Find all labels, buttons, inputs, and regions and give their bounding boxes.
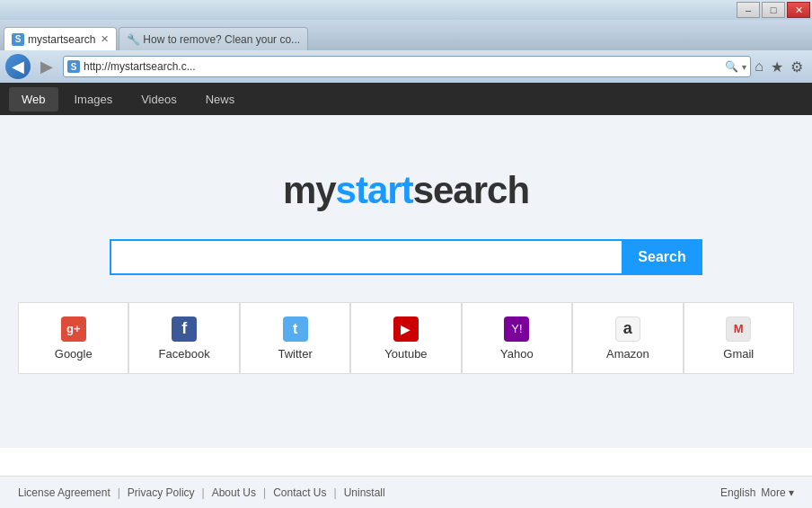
youtube-icon: ▶: [393, 316, 419, 342]
footer: License Agreement | Privacy Policy | Abo…: [0, 476, 812, 508]
close-button[interactable]: ✕: [787, 2, 810, 18]
shortcut-amazon[interactable]: a Amazon: [572, 302, 683, 374]
footer-right: English More ▾: [720, 486, 794, 499]
address-dropdown-icon[interactable]: ▾: [742, 62, 746, 72]
search-bar: Search: [110, 239, 702, 275]
tab-bar: S mystartsearch ✕ 🔧 How to remove? Clean…: [0, 20, 812, 50]
shortcut-facebook[interactable]: f Facebook: [128, 302, 239, 374]
address-search-icon: 🔍: [725, 60, 738, 73]
nav-tab-web[interactable]: Web: [9, 87, 58, 111]
logo: mystartsearch: [283, 169, 529, 212]
shortcut-label-yahoo: Yahoo: [500, 347, 534, 361]
footer-links: License Agreement | Privacy Policy | Abo…: [18, 486, 385, 499]
shortcut-label-youtube: Youtube: [384, 347, 427, 361]
footer-privacy[interactable]: Privacy Policy: [128, 486, 195, 499]
nav-tab-news[interactable]: News: [193, 87, 248, 111]
forward-button[interactable]: ▶: [34, 54, 59, 79]
star-icon[interactable]: ★: [771, 58, 783, 76]
back-button[interactable]: ◀: [5, 54, 31, 79]
footer-divider-2: |: [202, 486, 205, 499]
footer-divider-1: |: [118, 486, 120, 499]
tab-favicon-howtoremove: 🔧: [127, 33, 139, 46]
tab-close-mystartsearch[interactable]: ✕: [101, 33, 109, 45]
home-icon[interactable]: ⌂: [755, 58, 763, 75]
nav-tab-videos[interactable]: Videos: [128, 87, 190, 111]
shortcut-label-google: Google: [55, 347, 93, 361]
footer-about[interactable]: About Us: [212, 486, 256, 499]
shortcut-label-amazon: Amazon: [606, 347, 649, 361]
search-button[interactable]: Search: [622, 239, 702, 275]
shortcut-yahoo[interactable]: Y! Yahoo: [462, 302, 572, 374]
yahoo-icon: Y!: [504, 316, 529, 342]
address-input-wrap[interactable]: S http://mystartsearch.c... 🔍 ▾: [63, 56, 751, 77]
shortcut-gmail[interactable]: M Gmail: [684, 302, 794, 374]
nav-tab-images[interactable]: Images: [62, 87, 126, 111]
footer-contact[interactable]: Contact Us: [273, 486, 326, 499]
footer-divider-3: |: [263, 486, 266, 499]
shortcut-label-twitter: Twitter: [278, 347, 312, 361]
shortcut-label-gmail: Gmail: [723, 347, 754, 361]
tab-mystartsearch[interactable]: S mystartsearch ✕: [4, 27, 117, 50]
minimize-button[interactable]: –: [737, 2, 760, 18]
logo-search: search: [413, 169, 529, 211]
footer-uninstall[interactable]: Uninstall: [344, 486, 385, 499]
footer-divider-4: |: [334, 486, 337, 499]
tab-howtoremove[interactable]: 🔧 How to remove? Clean your co...: [119, 27, 308, 50]
gmail-icon: M: [726, 316, 751, 342]
search-input[interactable]: [110, 239, 622, 275]
shortcut-label-facebook: Facebook: [159, 347, 210, 361]
main-content: mystartsearch Search g+ Google f Faceboo…: [0, 115, 812, 448]
google-icon: g+: [61, 316, 86, 342]
logo-start: start: [336, 169, 413, 211]
shortcut-youtube[interactable]: ▶ Youtube: [350, 302, 461, 374]
twitter-icon: t: [283, 316, 308, 342]
address-bar: ◀ ▶ S http://mystartsearch.c... 🔍 ▾ ⌂ ★ …: [0, 50, 812, 83]
restore-button[interactable]: □: [762, 2, 785, 18]
footer-more-button[interactable]: More ▾: [761, 486, 794, 499]
toolbar-icons: ⌂ ★ ⚙: [755, 58, 807, 76]
title-bar: – □ ✕: [0, 0, 812, 20]
shortcuts: g+ Google f Facebook t Twitter ▶ Youtube…: [0, 284, 812, 374]
footer-language: English: [720, 486, 755, 499]
address-text: http://mystartsearch.c...: [84, 60, 721, 73]
gear-icon[interactable]: ⚙: [790, 58, 803, 76]
facebook-icon: f: [172, 316, 197, 342]
shortcut-google[interactable]: g+ Google: [18, 302, 128, 374]
shortcut-twitter[interactable]: t Twitter: [240, 302, 350, 374]
window-chrome: – □ ✕ S mystartsearch ✕ 🔧 How to remove?…: [0, 0, 812, 115]
footer-license[interactable]: License Agreement: [18, 486, 110, 499]
amazon-icon: a: [615, 316, 640, 342]
logo-my: my: [283, 169, 336, 211]
address-favicon: S: [67, 60, 80, 73]
nav-tabs: Web Images Videos News: [0, 83, 812, 115]
tab-favicon-mystartsearch: S: [12, 33, 24, 46]
